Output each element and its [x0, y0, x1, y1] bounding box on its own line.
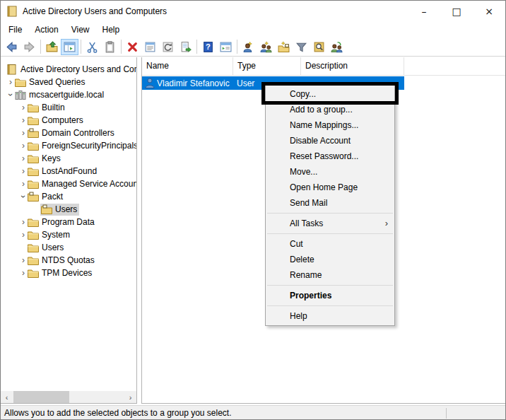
context-menu-item-send-mail[interactable]: Send Mail [266, 195, 394, 211]
properties-window-icon [144, 41, 156, 53]
close-button[interactable]: × [473, 1, 505, 22]
column-header-description[interactable]: Description [301, 57, 404, 76]
context-menu-item-properties[interactable]: Properties [266, 288, 394, 303]
tree-item-label: Computers [41, 115, 86, 127]
context-menu-separator [267, 285, 393, 286]
filter-options-button[interactable] [293, 39, 310, 55]
tree-item-domain-controllers[interactable]: › Domain Controllers [1, 127, 136, 139]
svg-text:?: ? [206, 42, 211, 51]
context-menu-item-name-mappings[interactable]: Name Mappings... [266, 117, 394, 133]
tree-item-domain[interactable]: › mcsacertguide.local [1, 88, 136, 101]
context-menu-item-all-tasks[interactable]: All Tasks › [266, 216, 394, 231]
chevron-right-icon[interactable]: › [19, 269, 28, 277]
tree-item-computers[interactable]: › Computers [1, 114, 136, 127]
chevron-right-icon[interactable]: › [19, 129, 28, 137]
maximize-button[interactable]: □ [440, 1, 473, 22]
folder-icon [15, 77, 26, 88]
tree-horizontal-scrollbar[interactable]: ‹ › [1, 391, 136, 403]
menu-help[interactable]: Help [96, 22, 126, 37]
tree-item-packt[interactable]: › Packt [1, 190, 136, 203]
list-header: Name Type Description [142, 57, 506, 76]
context-menu-item-open-home-page[interactable]: Open Home Page [266, 180, 394, 195]
chevron-right-icon[interactable]: › [19, 256, 28, 264]
context-menu-item-move[interactable]: Move... [266, 164, 394, 180]
paste-button[interactable] [101, 39, 119, 55]
tree-item-program-data[interactable]: › Program Data [1, 216, 136, 228]
create-new-group-button[interactable] [257, 39, 275, 55]
tree-item-keys[interactable]: › Keys [1, 152, 136, 165]
chevron-right-icon[interactable]: › [6, 78, 15, 86]
context-menu-item-disable-account[interactable]: Disable Account [266, 133, 394, 148]
cell-name: Vladimir Stefanovic [157, 78, 233, 88]
menu-view[interactable]: View [65, 22, 96, 37]
show-window-button[interactable] [217, 39, 235, 55]
show-window-icon [220, 41, 232, 53]
context-menu-item-delete[interactable]: Delete [266, 252, 394, 267]
tree-item-lostandfound[interactable]: › LostAndFound [1, 165, 136, 177]
chevron-right-icon[interactable]: › [19, 141, 28, 150]
cut-button[interactable] [83, 39, 101, 55]
tree-item-label: Saved Queries [28, 76, 87, 88]
add-to-group-button[interactable] [328, 39, 346, 55]
export-list-button[interactable] [177, 39, 194, 55]
chevron-right-icon[interactable]: › [19, 167, 28, 175]
submenu-arrow-icon: › [385, 216, 388, 231]
scroll-left-arrow[interactable]: ‹ [1, 391, 13, 403]
chevron-right-icon[interactable]: › [19, 231, 28, 239]
folder-icon [28, 179, 39, 189]
up-one-level-button[interactable] [43, 39, 61, 55]
folder-icon [28, 217, 39, 228]
back-button[interactable] [3, 39, 20, 55]
forward-arrow-icon [23, 41, 35, 53]
find-objects-button[interactable] [310, 39, 328, 55]
context-menu-item-rename[interactable]: Rename [266, 267, 394, 283]
context-menu-item-reset-password[interactable]: Reset Password... [266, 148, 394, 164]
tree-item-label: NTDS Quotas [41, 255, 97, 267]
chevron-right-icon[interactable]: › [19, 180, 28, 188]
tree-item-system[interactable]: › System [1, 228, 136, 241]
tree-item-foreignsecurityprincipals[interactable]: › ForeignSecurityPrincipals [1, 139, 136, 152]
create-new-ou-button[interactable] [275, 39, 293, 55]
chevron-right-icon[interactable]: › [19, 116, 28, 124]
folder-icon [28, 141, 39, 151]
delete-button[interactable] [124, 39, 141, 55]
chevron-down-icon[interactable]: › [19, 192, 28, 201]
context-menu-item-cut[interactable]: Cut [266, 236, 394, 252]
tree-item-label: Domain Controllers [41, 127, 117, 139]
chevron-right-icon[interactable]: › [19, 218, 28, 226]
context-menu-item-help[interactable]: Help [266, 308, 394, 324]
tree-item-builtin[interactable]: › Builtin [1, 101, 136, 114]
tree-item-label: Managed Service Accounts [41, 178, 137, 190]
tree-item-users-container[interactable]: Users [1, 241, 136, 254]
help-button[interactable]: ? [199, 39, 217, 55]
console-tree-pane: Active Directory Users and Computers › S… [1, 57, 137, 404]
tree-item-saved-queries[interactable]: › Saved Queries [1, 76, 136, 88]
tree-item-users-selected[interactable]: Users [1, 203, 136, 216]
users-arrow-icon [331, 41, 343, 53]
cell-type: User [237, 78, 254, 88]
create-new-user-button[interactable] [240, 39, 257, 55]
menu-action[interactable]: Action [28, 22, 64, 37]
tree-item-ntds-quotas[interactable]: › NTDS Quotas [1, 254, 136, 267]
minimize-button[interactable]: – [408, 1, 440, 22]
folder-icon [28, 268, 39, 279]
chevron-right-icon[interactable]: › [19, 103, 28, 112]
chevron-down-icon[interactable]: › [6, 91, 15, 99]
forward-button[interactable] [20, 39, 38, 55]
scrollbar-thumb[interactable] [13, 391, 69, 403]
refresh-button[interactable] [159, 39, 177, 55]
scissors-icon [86, 41, 98, 53]
tree-item-managed-service-accounts[interactable]: › Managed Service Accounts [1, 177, 136, 190]
column-header-type[interactable]: Type [233, 57, 301, 76]
status-bar-separator [446, 408, 447, 419]
tree-item-root[interactable]: Active Directory Users and Computers [1, 63, 136, 76]
scroll-right-arrow[interactable]: › [124, 391, 136, 403]
tree-item-label: mcsacertguide.local [28, 89, 106, 101]
folder-icon [28, 243, 39, 253]
menu-file[interactable]: File [2, 22, 28, 37]
show-hide-console-tree-button[interactable] [61, 39, 78, 55]
properties-button[interactable] [141, 39, 159, 55]
tree-item-tpm-devices[interactable]: › TPM Devices [1, 267, 136, 279]
column-header-name[interactable]: Name [142, 57, 233, 76]
chevron-right-icon[interactable]: › [19, 154, 28, 163]
